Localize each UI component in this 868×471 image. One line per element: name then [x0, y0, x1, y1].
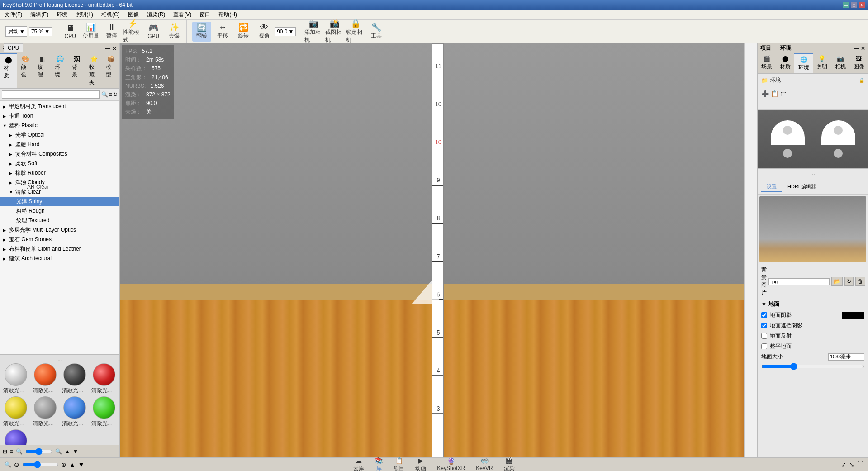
search-icon[interactable]: 🔍: [101, 91, 108, 98]
rt-tab-camera[interactable]: 📷 相机: [831, 53, 850, 73]
bot-tab-cloud[interactable]: ☁ 云库: [350, 456, 368, 471]
nav-up-icon[interactable]: ▲: [65, 448, 70, 455]
ground-shadow-color[interactable]: [842, 312, 864, 319]
rp-minimize-icon[interactable]: —: [854, 45, 859, 52]
gpu-button[interactable]: 🎮 GPU: [144, 22, 163, 42]
nav-down-icon[interactable]: ▼: [73, 448, 78, 455]
view-button[interactable]: 👁 视角: [255, 22, 274, 42]
thumb-item-2[interactable]: 清敞光泽塑...: [31, 363, 59, 395]
env-add-icon[interactable]: ➕: [761, 90, 769, 97]
add-camera-button[interactable]: 📷 添加相机: [304, 22, 323, 42]
search-input[interactable]: [2, 90, 100, 99]
flip-button[interactable]: 🔄 翻转: [192, 22, 211, 42]
usage-button[interactable]: 📊 使用量: [81, 22, 100, 42]
tab-favorites[interactable]: ⭐ 收藏夹: [85, 53, 103, 88]
menu-image[interactable]: 图像: [126, 10, 141, 19]
menu-view[interactable]: 查看(V): [171, 10, 193, 19]
rt-tab-env[interactable]: 🌐 环境: [794, 53, 813, 73]
tree-rubber[interactable]: ▶ 橡胶 Rubber: [0, 168, 119, 178]
bot-tab-keyshotxr[interactable]: 🔮 KeyShotXR: [433, 457, 469, 471]
pause-button[interactable]: ⏸ 暂停: [102, 22, 121, 42]
bot-tab-keyvr[interactable]: 🥽 KeyVR: [472, 457, 496, 471]
zoom-in-btn[interactable]: ⊕: [61, 461, 66, 468]
ground-shadow-check[interactable]: [761, 312, 767, 318]
menu-help[interactable]: 帮助(H): [217, 10, 239, 19]
menu-file[interactable]: 文件(F): [3, 10, 24, 19]
perf-button[interactable]: ⚡ 性能模式: [123, 22, 142, 42]
collapse-icon[interactable]: ⤡: [849, 461, 854, 468]
tab-background[interactable]: 🖼 背景: [68, 53, 85, 88]
tree-translucent[interactable]: ▶ 半透明材质 Translucent: [0, 102, 119, 111]
bot-tab-animation[interactable]: ▶ 动画: [412, 456, 430, 471]
denoise-button[interactable]: ✨ 去燥: [165, 22, 184, 42]
ground-reflection-check[interactable]: [761, 333, 767, 339]
tree-clear[interactable]: ▼ 清敞 Clear: [0, 187, 119, 197]
rt-tab-material[interactable]: ⬤ 材质: [776, 53, 795, 73]
thumb-item-4[interactable]: 清敞光泽塑...: [90, 363, 118, 395]
thumb-item-5[interactable]: 清敞光泽塑...: [2, 396, 29, 428]
menu-env[interactable]: 环境: [55, 10, 69, 19]
tab-material[interactable]: ⬤ 材质: [0, 53, 17, 88]
ground-size-input[interactable]: [828, 353, 864, 361]
menu-light[interactable]: 照明(L): [74, 10, 95, 19]
tools-button[interactable]: 🔧 工具: [367, 22, 386, 42]
thumb-item-7[interactable]: 清敞光泽塑...: [61, 396, 88, 428]
mode-dropdown[interactable]: 启动 ▼: [5, 26, 27, 37]
refresh-icon[interactable]: ↻: [113, 91, 118, 98]
menu-window[interactable]: 窗口: [198, 10, 212, 19]
tree-soft[interactable]: ▶ 柔软 Soft: [0, 159, 119, 168]
screenshot-button[interactable]: 📸 截图相机: [325, 22, 344, 42]
settings-tab-hdri[interactable]: HDRI 编辑器: [782, 182, 821, 192]
ground-occlusion-check[interactable]: [761, 323, 767, 328]
tab-color[interactable]: 🎨 颜色: [17, 53, 34, 88]
bot-tab-project[interactable]: 📋 项目: [390, 456, 408, 471]
bot-tab-library[interactable]: 📚 库: [371, 456, 386, 471]
menu-edit[interactable]: 编辑(E): [28, 10, 50, 19]
rt-tab-scene[interactable]: 🎬 场景: [758, 53, 776, 73]
tab-environment[interactable]: 🌐 环境: [51, 53, 68, 88]
tree-gemstones[interactable]: ▶ 宝石 Gem Stones: [0, 235, 119, 244]
angle-dropdown[interactable]: 90.0 ▼: [275, 27, 296, 36]
thumb-item-8[interactable]: 清敞光泽塑...: [90, 396, 118, 428]
rt-tab-image[interactable]: 🖼 图像: [849, 53, 868, 73]
tree-multilayer[interactable]: ▶ 多层光学 Multi-Layer Optics: [0, 225, 119, 235]
expand-icon[interactable]: ⤢: [841, 461, 846, 468]
maximize-button[interactable]: □: [851, 2, 857, 8]
list-view-icon[interactable]: ≡: [10, 448, 13, 455]
bg-delete-button[interactable]: 🗑: [855, 277, 865, 286]
thumb-item-1[interactable]: 清敞光泽塑...: [2, 363, 29, 395]
bg-browse-button[interactable]: 📂: [831, 277, 843, 286]
panel-close-icon[interactable]: ✕: [112, 45, 117, 52]
rp-close-icon[interactable]: ✕: [861, 45, 865, 52]
tab-texture[interactable]: ▦ 纹理: [34, 53, 51, 88]
minimize-button[interactable]: —: [843, 2, 849, 8]
tree-plastic[interactable]: ▼ 塑料 Plastic: [0, 121, 119, 130]
rotate-button[interactable]: 🔁 旋转: [234, 22, 253, 42]
menu-camera[interactable]: 相机(C): [100, 10, 122, 19]
tree-shiny[interactable]: 光泽 Shiny: [0, 197, 119, 206]
tree-cloth[interactable]: ▶ 布料和皮革 Cloth and Leather: [0, 244, 119, 254]
ground-size-slider[interactable]: [761, 363, 864, 370]
zoom-up-btn[interactable]: ▲: [69, 461, 76, 468]
lock-camera-button[interactable]: 🔒 锁定相机: [346, 22, 365, 42]
bg-file-input[interactable]: [768, 278, 830, 285]
fullscreen-icon[interactable]: ⛶: [857, 461, 863, 468]
zoom-slider[interactable]: [25, 448, 52, 455]
tree-optical[interactable]: ▶ 光学 Optical: [0, 130, 119, 140]
ground-flat-check[interactable]: [761, 343, 767, 349]
zoom-out-btn[interactable]: ⊖: [14, 461, 19, 468]
thumb-item-3[interactable]: 清敞光泽塑...: [61, 363, 88, 395]
tree-composites[interactable]: ▶ 复合材料 Composites: [0, 149, 119, 159]
zoom-down-btn[interactable]: ▼: [78, 461, 85, 468]
zoom-dropdown[interactable]: 75 % ▼: [29, 27, 52, 36]
zoom-in-icon[interactable]: 🔍: [55, 448, 62, 455]
tree-textured[interactable]: 纹理 Textured: [0, 216, 119, 225]
tree-hard[interactable]: ▶ 坚硬 Hard: [0, 140, 119, 149]
thumb-item-9[interactable]: 清敞光泽塑...: [2, 429, 29, 445]
filter-icon[interactable]: ≡: [109, 91, 112, 98]
viewport[interactable]: 11 10 10 9 8 7 6 5 4 3: [120, 43, 757, 457]
rt-tab-light[interactable]: 💡 照明: [813, 53, 831, 73]
pan-button[interactable]: ↔ 平移: [213, 22, 232, 42]
panel-minimize-icon[interactable]: —: [105, 45, 110, 52]
bot-tab-render[interactable]: 🎬 渲染: [500, 456, 518, 471]
